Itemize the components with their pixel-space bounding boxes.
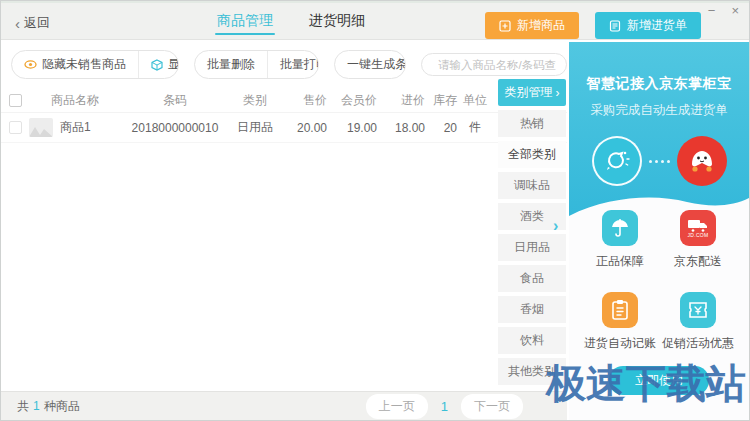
show-zero-stock-label: 显示零库存 [168,56,179,73]
next-page-button[interactable]: 下一页 [461,394,523,419]
column-header-unit: 单位 [457,92,493,109]
current-page[interactable]: 1 [441,399,448,414]
promo-logos [569,136,749,186]
window-controls: − × [708,4,739,17]
column-header-member-price: 会员价 [327,92,377,109]
search-input[interactable] [438,59,556,71]
batch-print-barcode-button[interactable]: 批量打印条码 [267,51,319,78]
feature-authentic-label: 正品保障 [596,253,644,270]
zhihuiji-logo [592,136,642,186]
tab-purchase-detail[interactable]: 进货明细 [307,3,367,39]
panel-expand-chevron-icon[interactable]: › [553,217,558,235]
table-header-row: 商品名称 条码 类别 售价 会员价 进价 库存 单位 [1,88,567,113]
category-item-seasoning[interactable]: 调味品 [498,172,566,199]
search-box[interactable] [421,53,567,76]
total-number: 1 [33,399,40,413]
use-now-button[interactable]: 立即使用 [609,366,709,395]
total-prefix: 共 [17,398,29,415]
column-header-cost: 进价 [377,92,425,109]
batch-print-barcode-label: 批量打印条码 [280,56,319,73]
table-row[interactable]: 商品1 2018000000010 日用品 20.00 19.00 18.00 … [1,113,567,143]
generate-barcode-group: 一键生成条码 [334,50,406,79]
add-purchase-label: 新增进货单 [627,17,687,34]
add-product-icon [499,20,511,32]
category-manage-label: 类别管理 [505,84,553,101]
back-chevron-icon: ‹ [15,16,20,31]
category-item-other[interactable]: 其他类别 [498,358,566,385]
product-price: 20.00 [281,121,327,135]
select-all-checkbox[interactable] [9,94,22,107]
category-item-hot[interactable]: 热销 [498,110,566,137]
promo-panel: 智慧记接入京东掌柜宝 采购完成自动生成进货单 [569,42,749,420]
batch-actions-group: 批量删除 批量打印条码 [194,50,319,79]
add-product-button[interactable]: 新增商品 [485,12,579,39]
jd-mascot-logo [677,136,727,186]
column-header-category: 类别 [229,92,281,109]
batch-delete-label: 批量删除 [207,56,255,73]
connection-dots-icon [649,160,670,163]
add-purchase-button[interactable]: 新增进货单 [595,12,701,39]
feature-jd-delivery[interactable]: JD.COM 京东配送 [674,210,722,270]
column-header-barcode: 条码 [121,92,229,109]
promo-subtitle: 采购完成自动生成进货单 [569,102,749,119]
box-icon [151,59,163,71]
category-manage-arrow-icon: › [556,86,560,100]
main-tabs: 商品管理 进货明细 [215,3,367,39]
hide-unsold-label: 隐藏未销售商品 [42,56,126,73]
category-item-drinks[interactable]: 饮料 [498,327,566,354]
category-item-food[interactable]: 食品 [498,265,566,292]
mountains-icon [29,123,53,137]
coupon-icon [680,292,716,328]
clipboard-icon [602,292,638,328]
visibility-filter-group: 隐藏未销售商品 显示零库存 [11,50,179,79]
header-actions: 新增商品 新增进货单 [485,12,701,39]
back-label: 返回 [24,14,50,32]
category-item-all[interactable]: 全部类别 [498,141,566,168]
app-window: ‹ 返回 商品管理 进货明细 新增商品 新增进货单 [0,0,750,421]
feature-promotion-deals[interactable]: 促销活动优惠 [662,292,734,352]
toolbar: 隐藏未销售商品 显示零库存 批量删除 批量打印条码 [11,50,567,79]
product-unit: 件 [457,119,493,136]
tab-product-management[interactable]: 商品管理 [215,3,275,39]
product-barcode: 2018000000010 [121,121,229,135]
generate-barcode-button[interactable]: 一键生成条码 [335,51,406,78]
product-stock: 20 [425,121,457,135]
add-purchase-icon [609,20,621,32]
column-header-price: 售价 [281,92,327,109]
back-button[interactable]: ‹ 返回 [15,14,50,32]
top-bar: ‹ 返回 商品管理 进货明细 新增商品 新增进货单 [1,1,749,40]
minimize-button[interactable]: − [708,4,716,17]
add-product-label: 新增商品 [517,17,565,34]
feature-auto-bookkeeping-label: 进货自动记账 [584,335,656,352]
delivery-truck-icon: JD.COM [680,210,716,246]
close-button[interactable]: × [731,4,739,17]
category-item-cigarette[interactable]: 香烟 [498,296,566,323]
product-cost: 18.00 [377,121,425,135]
feature-promotion-deals-label: 促销活动优惠 [662,335,734,352]
show-zero-stock-button[interactable]: 显示零库存 [138,51,179,78]
prev-page-button[interactable]: 上一页 [366,394,428,419]
column-header-name: 商品名称 [29,92,121,109]
bottom-bar: 共 1 种商品 上一页 1 下一页 [1,391,567,420]
feature-auto-bookkeeping[interactable]: 进货自动记账 [584,292,656,352]
batch-delete-button[interactable]: 批量删除 [195,51,267,78]
product-table: 商品名称 条码 类别 售价 会员价 进价 库存 单位 商品1 [1,88,567,143]
product-category: 日用品 [229,119,281,136]
category-manage-button[interactable]: 类别管理 › [498,79,566,106]
promo-features: 正品保障 JD.COM 京东配送 [569,210,749,352]
feature-jd-delivery-label: 京东配送 [674,253,722,270]
total-suffix: 种商品 [44,398,80,415]
generate-barcode-label: 一键生成条码 [347,56,406,73]
umbrella-icon [602,210,638,246]
hide-unsold-button[interactable]: 隐藏未销售商品 [12,51,138,78]
row-checkbox[interactable] [9,121,22,134]
pagination: 上一页 1 下一页 [366,394,523,419]
eye-icon [24,59,37,70]
product-image-placeholder [29,118,53,137]
column-header-stock: 库存 [425,92,457,109]
category-item-daily[interactable]: 日用品 [498,234,566,261]
total-count: 共 1 种商品 [17,398,80,415]
product-member-price: 19.00 [327,121,377,135]
feature-authentic[interactable]: 正品保障 [596,210,644,270]
promo-title: 智慧记接入京东掌柜宝 [569,75,749,93]
